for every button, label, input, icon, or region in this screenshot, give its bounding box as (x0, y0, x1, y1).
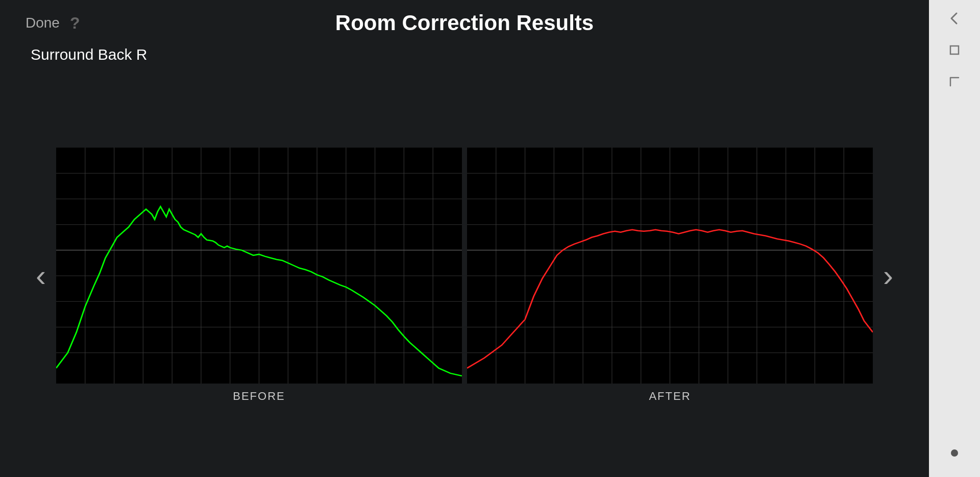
before-grid (56, 148, 462, 384)
copy-icon[interactable] (946, 42, 963, 58)
sidebar-dot (951, 449, 958, 457)
corner-icon[interactable] (946, 74, 963, 90)
after-label: AFTER (467, 390, 873, 403)
svg-rect-42 (950, 46, 959, 54)
page-title: Room Correction Results (335, 11, 594, 35)
back-icon[interactable] (946, 10, 963, 27)
before-chart (56, 148, 462, 384)
before-chart-container: BEFORE (56, 148, 462, 403)
sidebar (929, 0, 980, 477)
next-arrow[interactable]: › (873, 248, 903, 303)
charts-wrapper: ‹ (26, 74, 903, 477)
after-grid (467, 148, 873, 384)
help-button[interactable]: ? (70, 14, 80, 33)
header: Done ? Room Correction Results (26, 0, 903, 46)
done-button[interactable]: Done (26, 15, 60, 31)
main-content: Done ? Room Correction Results Surround … (0, 0, 929, 477)
prev-arrow[interactable]: ‹ (26, 248, 56, 303)
before-label: BEFORE (56, 390, 462, 403)
after-chart-container: AFTER (467, 148, 873, 403)
channel-label: Surround Back R (26, 46, 903, 63)
after-chart (467, 148, 873, 384)
charts-area: BEFORE (56, 148, 873, 403)
